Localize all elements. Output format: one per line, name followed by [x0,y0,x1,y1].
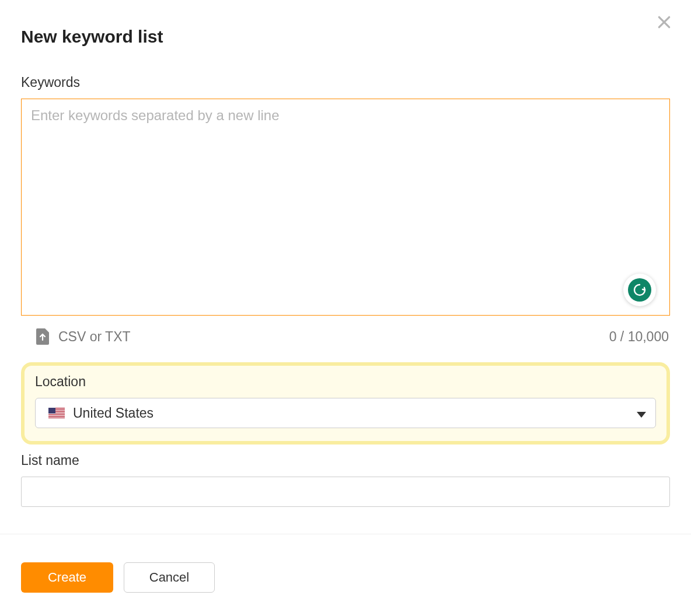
create-button[interactable]: Create [21,562,113,593]
page-title: New keyword list [21,27,670,47]
upload-file-icon [36,328,49,345]
cancel-button[interactable]: Cancel [124,562,215,593]
location-section-highlight: Location United States [21,362,670,444]
close-icon[interactable] [655,13,673,32]
svg-rect-9 [48,408,55,414]
keywords-textarea-wrap [21,99,670,318]
list-name-input[interactable] [21,477,670,507]
grammarly-inner-icon [628,278,651,302]
keywords-section: Keywords [21,75,670,345]
upload-hint-text: CSV or TXT [58,329,131,345]
x-icon [657,15,672,30]
svg-rect-6 [48,414,65,414]
location-label: Location [35,374,656,390]
chevron-down-icon [637,405,646,421]
svg-rect-7 [48,415,65,416]
footer-actions: Create Cancel [21,562,670,593]
svg-rect-8 [48,416,65,417]
footer-divider [0,534,691,534]
keywords-textarea[interactable] [21,99,670,316]
list-name-label: List name [21,453,670,468]
svg-marker-10 [637,412,646,418]
grammarly-badge-icon[interactable] [623,274,656,306]
us-flag-icon [48,408,65,418]
location-select[interactable]: United States [35,398,656,428]
upload-file-button[interactable]: CSV or TXT [36,328,131,345]
keywords-upload-row: CSV or TXT 0 / 10,000 [21,328,670,345]
location-selected-value: United States [73,405,153,421]
keywords-counter: 0 / 10,000 [609,329,669,345]
list-name-section: List name [21,453,670,507]
keywords-label: Keywords [21,75,670,90]
new-keyword-list-modal: New keyword list Keywords [0,0,691,616]
